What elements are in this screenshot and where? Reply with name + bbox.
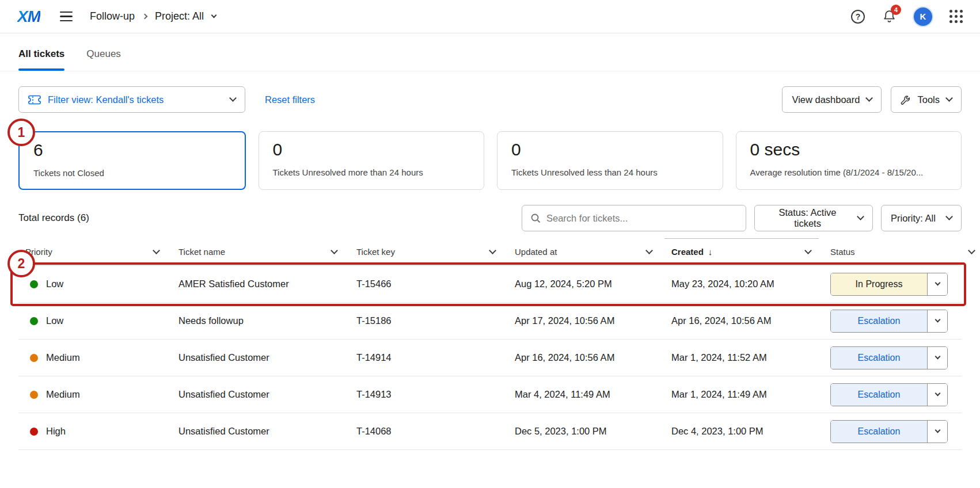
priority-value: Medium	[46, 352, 80, 363]
tab-all-tickets[interactable]: All tickets	[18, 48, 64, 71]
status-dropdown-caret[interactable]	[927, 310, 947, 332]
chevron-down-icon[interactable]	[489, 247, 496, 254]
priority-value: High	[46, 426, 66, 437]
chevron-down-icon	[945, 94, 953, 102]
stat-value: 0 secs	[750, 140, 948, 159]
status-label[interactable]: Escalation	[831, 384, 927, 406]
created-at: Mar 1, 2024, 11:52 AM	[671, 352, 830, 363]
hamburger-menu-icon[interactable]	[60, 12, 73, 22]
status-label[interactable]: Escalation	[831, 347, 927, 369]
status-badge[interactable]: In Progress	[830, 273, 948, 296]
column-header-created[interactable]: Created	[671, 238, 830, 265]
ticket-icon	[28, 95, 41, 105]
priority-value: Medium	[46, 389, 80, 400]
stat-card-avg-resolution-time[interactable]: 0 secs Average resolution time (8/1/2024…	[736, 131, 962, 190]
status-dropdown-caret[interactable]	[927, 347, 947, 369]
tools-label: Tools	[917, 94, 940, 105]
search-input[interactable]	[546, 213, 738, 224]
column-label: Updated at	[515, 247, 557, 257]
priority-filter-dropdown[interactable]: Priority: All	[881, 205, 962, 231]
view-dashboard-button[interactable]: View dashboard	[782, 86, 882, 113]
ticket-search[interactable]	[522, 205, 746, 231]
filter-view-select[interactable]: Filter view: Kendall's tickets	[18, 86, 245, 113]
chevron-down-icon[interactable]	[211, 12, 217, 18]
help-icon[interactable]	[851, 10, 865, 24]
ticket-name[interactable]: Unsatisfied Customer	[178, 352, 356, 363]
column-label: Ticket key	[356, 247, 395, 257]
status-badge[interactable]: Escalation	[830, 310, 948, 333]
ticket-key: T-14068	[356, 426, 515, 437]
stat-label: Tickets Unresolved less than 24 hours	[511, 167, 709, 177]
topbar: XM Follow-up Project: All 4 K	[0, 0, 980, 33]
status-label[interactable]: In Progress	[831, 273, 927, 295]
chevron-down-icon[interactable]	[331, 247, 338, 254]
reset-filters-link[interactable]: Reset filters	[265, 94, 315, 105]
status-label[interactable]: Escalation	[831, 310, 927, 332]
stat-value: 0	[273, 140, 470, 159]
breadcrumb-followup[interactable]: Follow-up	[90, 10, 135, 22]
chevron-down-icon	[229, 94, 237, 102]
created-at: Apr 16, 2024, 10:56 AM	[671, 315, 830, 326]
sort-descending-icon	[708, 247, 713, 257]
notifications-button[interactable]: 4	[882, 9, 897, 24]
ticket-row[interactable]: Low AMER Satisfied Customer T-15466 Aug …	[18, 266, 962, 303]
wrench-icon	[901, 95, 910, 105]
column-label: Created	[671, 247, 704, 257]
ticket-row[interactable]: High Unsatisfied Customer T-14068 Dec 5,…	[18, 413, 962, 450]
filter-toolbar: Filter view: Kendall's tickets Reset fil…	[0, 86, 980, 113]
column-label: Priority	[25, 247, 52, 257]
status-badge[interactable]: Escalation	[830, 420, 948, 443]
breadcrumb-project-select[interactable]: Project: All	[155, 10, 204, 22]
ticket-row[interactable]: Medium Unsatisfied Customer T-14914 Apr …	[18, 340, 962, 376]
stat-label: Tickets Unresolved more than 24 hours	[273, 167, 470, 177]
app-grid-icon[interactable]	[949, 10, 963, 23]
tools-button[interactable]: Tools	[891, 86, 962, 113]
ticket-name[interactable]: Unsatisfied Customer	[178, 389, 356, 400]
ticket-name[interactable]: AMER Satisfied Customer	[178, 279, 356, 289]
stat-card-unresolved-more-24h[interactable]: 0 Tickets Unresolved more than 24 hours	[259, 131, 485, 190]
ticket-row[interactable]: Low Needs followup T-15186 Apr 17, 2024,…	[18, 303, 962, 340]
chevron-down-icon	[935, 427, 940, 433]
priority-value: Low	[46, 279, 63, 289]
chevron-down-icon[interactable]	[804, 247, 812, 254]
updated-at: Apr 17, 2024, 10:56 AM	[515, 315, 671, 326]
xm-logo: XM	[17, 7, 40, 26]
chevron-down-icon	[935, 317, 940, 322]
column-header-priority[interactable]: Priority	[18, 238, 178, 265]
status-label[interactable]: Escalation	[831, 421, 927, 443]
created-at: May 23, 2024, 10:20 AM	[671, 279, 830, 289]
status-badge[interactable]: Escalation	[830, 346, 948, 369]
column-header-updated-at[interactable]: Updated at	[515, 238, 671, 265]
chevron-down-icon	[945, 213, 953, 220]
view-dashboard-label: View dashboard	[792, 94, 860, 105]
column-header-ticket-key[interactable]: Ticket key	[356, 238, 515, 265]
chevron-right-icon	[142, 14, 148, 20]
ticket-row[interactable]: Medium Unsatisfied Customer T-14913 Mar …	[18, 376, 962, 413]
breadcrumb: Follow-up Project: All	[90, 10, 216, 22]
ticket-name[interactable]: Needs followup	[178, 315, 356, 326]
status-dropdown-caret[interactable]	[927, 384, 947, 406]
status-badge[interactable]: Escalation	[830, 383, 948, 406]
chevron-down-icon[interactable]	[153, 247, 160, 254]
column-header-ticket-name[interactable]: Ticket name	[178, 238, 356, 265]
updated-at: Dec 5, 2023, 1:00 PM	[515, 426, 671, 437]
priority-dot-low	[30, 280, 38, 288]
status-dropdown-caret[interactable]	[927, 421, 947, 443]
avatar[interactable]: K	[914, 7, 932, 26]
chevron-down-icon	[857, 213, 864, 220]
status-filter-dropdown[interactable]: Status: Active tickets	[754, 205, 873, 231]
tab-queues[interactable]: Queues	[86, 48, 121, 71]
column-header-status[interactable]: Status	[830, 238, 962, 265]
stat-card-tickets-not-closed[interactable]: 6 Tickets not Closed	[18, 131, 246, 190]
chevron-down-icon[interactable]	[968, 247, 975, 254]
chevron-down-icon	[935, 280, 940, 285]
chevron-down-icon[interactable]	[645, 247, 653, 254]
stat-label: Average resolution time (8/1/2024 - 8/15…	[750, 167, 948, 177]
priority-dot-low	[30, 317, 38, 325]
created-at: Mar 1, 2024, 11:49 AM	[671, 389, 830, 400]
stat-card-unresolved-less-24h[interactable]: 0 Tickets Unresolved less than 24 hours	[497, 131, 723, 190]
stats-cards: 6 Tickets not Closed 0 Tickets Unresolve…	[0, 131, 980, 190]
chevron-down-icon	[935, 390, 940, 396]
ticket-name[interactable]: Unsatisfied Customer	[178, 426, 356, 437]
status-dropdown-caret[interactable]	[927, 273, 947, 295]
